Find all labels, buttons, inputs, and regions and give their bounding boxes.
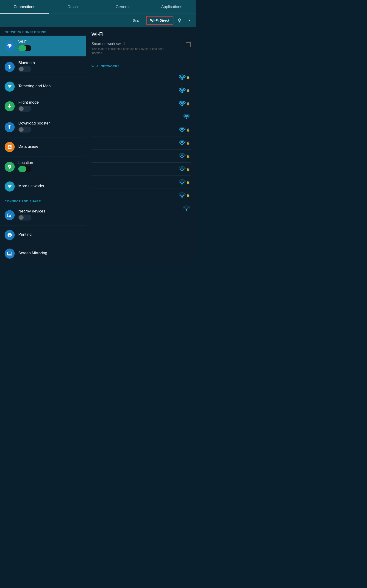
bluetooth-nav-icon (5, 62, 15, 72)
flight-nav-icon (5, 101, 15, 111)
data-usage-nav-text: Data usage (18, 144, 81, 150)
wifi-network-item[interactable]: 🔒 (92, 123, 191, 137)
tethering-nav-icon (5, 82, 15, 92)
location-toggle[interactable]: I (18, 166, 31, 172)
scan-button[interactable]: Scan (129, 17, 144, 24)
smart-switch-desc: This feature is disabled because no SIM … (92, 47, 174, 55)
tab-connections[interactable]: Connections (0, 0, 49, 14)
svg-point-2 (181, 91, 183, 93)
wifi-direct-button[interactable]: Wi-Fi Direct (146, 16, 173, 25)
printing-nav-icon (5, 230, 15, 240)
wifi-nav-icon (5, 41, 15, 51)
bluetooth-toggle[interactable] (18, 66, 31, 72)
wifi-network-item[interactable]: 🔒 (92, 84, 191, 97)
sidebar-item-tethering[interactable]: Tethering and Mobi.. (0, 78, 86, 96)
svg-point-11 (186, 209, 187, 211)
wifi-signal-group (183, 205, 190, 212)
data-usage-nav-icon (5, 142, 15, 152)
sidebar: NETWORK CONNECTIONS Wi-Fi I (0, 27, 86, 263)
wifi-signal-group: 🔒 (179, 74, 190, 81)
more-networks-nav-text: More networks (18, 184, 81, 189)
sidebar-item-nearby[interactable]: Nearby devices (0, 205, 86, 226)
nearby-toggle[interactable] (18, 215, 31, 221)
smart-switch-checkbox[interactable] (186, 42, 191, 47)
wifi-network-item[interactable]: 🔒 (92, 149, 191, 163)
svg-point-5 (181, 131, 183, 132)
wifi-networks-label: WI-FI NETWORKS (92, 65, 191, 69)
wifi-network-list: 🔒 🔒 🔒 🔒 🔒 🔒 (92, 71, 191, 215)
wifi-signal-icon (179, 166, 186, 172)
tab-bar: Connections Device General Applications (0, 0, 196, 14)
svg-point-3 (181, 104, 183, 106)
wifi-network-item[interactable]: 🔒 (92, 71, 191, 84)
smart-switch-row: Smart network switch This feature is dis… (92, 42, 191, 55)
wifi-toggle[interactable]: I (18, 45, 31, 51)
wifi-signal-group: 🔒 (179, 87, 190, 94)
smart-switch-section: Smart network switch This feature is dis… (92, 42, 191, 59)
screen-mirror-nav-icon (5, 249, 15, 259)
wifi-signal-icon (179, 100, 186, 107)
more-options-icon[interactable]: ⋮ (185, 16, 194, 24)
bluetooth-nav-text: Bluetooth (18, 61, 81, 73)
printing-nav-text: Printing (18, 232, 81, 238)
tab-general[interactable]: General (98, 0, 147, 14)
sidebar-item-screen-mirror[interactable]: Screen Mirroring (0, 244, 86, 263)
action-bar: Scan Wi-Fi Direct ⚲ ⋮ (0, 14, 196, 27)
wifi-network-item[interactable]: 🔒 (92, 189, 191, 202)
lock-icon: 🔒 (186, 167, 190, 171)
wifi-signal-group: 🔒 (179, 166, 190, 172)
sidebar-item-data-usage[interactable]: Data usage (0, 138, 86, 156)
flight-nav-text: Flight mode (18, 100, 81, 112)
wifi-signal-icon (179, 140, 186, 146)
wifi-signal-icon (179, 153, 186, 159)
panel-title: Wi-Fi (92, 31, 191, 37)
wifi-network-item[interactable]: 🔒 (92, 176, 191, 189)
svg-point-8 (181, 170, 183, 172)
wifi-signal-group (183, 113, 190, 120)
wifi-network-item[interactable]: 🔒 (92, 137, 191, 149)
sidebar-item-wifi[interactable]: Wi-Fi I (0, 36, 86, 57)
smart-switch-text: Smart network switch This feature is dis… (92, 42, 174, 55)
wifi-network-item[interactable] (92, 202, 191, 215)
wifi-network-item[interactable]: 🔒 (92, 97, 191, 110)
svg-point-7 (181, 157, 183, 158)
wifi-signal-icon (179, 127, 186, 133)
wifi-signal-icon (183, 205, 190, 212)
sidebar-item-download-booster[interactable]: Download booster (0, 117, 86, 138)
location-nav-icon (5, 162, 15, 172)
lock-icon: 🔒 (186, 141, 190, 145)
wifi-network-item[interactable]: 🔒 (92, 163, 191, 176)
sidebar-item-bluetooth[interactable]: Bluetooth (0, 57, 86, 78)
sidebar-item-location[interactable]: Location I (0, 156, 86, 177)
wifi-signal-icon (179, 74, 186, 81)
svg-point-9 (181, 183, 183, 185)
download-booster-toggle[interactable] (18, 127, 31, 132)
sidebar-item-flight[interactable]: Flight mode (0, 96, 86, 117)
tab-device[interactable]: Device (49, 0, 98, 14)
wifi-signal-group: 🔒 (179, 192, 190, 199)
network-connections-label: NETWORK CONNECTIONS (0, 27, 86, 36)
sidebar-item-printing[interactable]: Printing (0, 226, 86, 244)
svg-point-6 (181, 144, 183, 145)
download-booster-nav-text: Download booster (18, 121, 81, 133)
wifi-signal-group: 🔒 (179, 100, 190, 107)
nearby-nav-icon (5, 210, 15, 220)
search-icon[interactable]: ⚲ (175, 16, 184, 24)
flight-toggle[interactable] (18, 106, 31, 112)
lock-icon: 🔒 (186, 154, 190, 158)
sidebar-item-more-networks[interactable]: More networks (0, 177, 86, 196)
main-layout: NETWORK CONNECTIONS Wi-Fi I (0, 27, 196, 263)
svg-point-0 (9, 47, 10, 48)
lock-icon: 🔒 (186, 194, 190, 197)
svg-point-1 (181, 78, 183, 80)
lock-icon: 🔒 (186, 128, 190, 132)
lock-icon: 🔒 (186, 76, 190, 79)
connect-share-label: CONNECT AND SHARE (0, 196, 86, 205)
tab-applications[interactable]: Applications (147, 0, 196, 14)
wifi-signal-group: 🔒 (179, 179, 190, 185)
smart-switch-title: Smart network switch (92, 42, 174, 46)
wifi-signal-icon (179, 87, 186, 94)
wifi-signal-group: 🔒 (179, 127, 190, 133)
wifi-nav-text: Wi-Fi I (18, 40, 81, 52)
wifi-network-item[interactable] (92, 110, 191, 123)
